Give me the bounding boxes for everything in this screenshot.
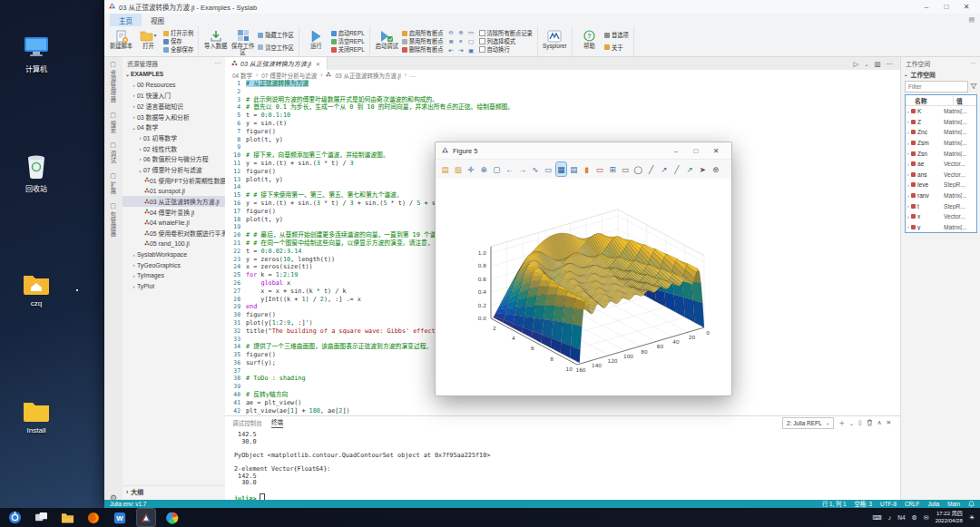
desktop-icon-Install[interactable]: Install (9, 399, 64, 434)
step-back-icon[interactable]: ⊖ (446, 28, 456, 37)
tray-input-icon[interactable]: N4 (897, 514, 905, 521)
colorbar-icon[interactable]: ▮ (582, 162, 592, 176)
arrow-icon[interactable]: ↗ (659, 162, 669, 176)
grid-icon[interactable]: ▦ (556, 162, 566, 176)
folder-item-00 Resources[interactable]: ›00 Resources (122, 80, 225, 91)
save-figure-icon[interactable]: ▤ (440, 162, 450, 176)
导入数据-button[interactable]: 导入数据 (203, 27, 228, 55)
pointer-icon[interactable]: ➤ (698, 162, 708, 176)
terminal-output[interactable]: 142.5 30.0 PyObject <matplotlib.contour.… (225, 429, 900, 501)
chevron-down-icon[interactable]: ⌄ (849, 420, 854, 426)
bell-icon[interactable] (968, 501, 975, 508)
folder-item-TyImages[interactable]: ›TyImages (122, 270, 225, 281)
清空REPL-button[interactable]: 清空REPL (331, 37, 365, 45)
file-item-01 sunspot.jl[interactable]: 01 sunspot.jl (122, 186, 225, 197)
variable-row-y[interactable]: ›yMatrix{... (906, 222, 976, 233)
tab-home[interactable]: 主页 (110, 14, 142, 26)
desktop-icon-czq[interactable]: czq (9, 272, 64, 307)
breadcrumb-item[interactable]: 07 傅里叶分析与滤波 (261, 71, 317, 80)
close-panel-icon[interactable]: ✕ (886, 419, 891, 426)
status-item[interactable]: UTF-8 (880, 501, 897, 507)
zoom-icon[interactable]: ⊕ (479, 162, 489, 176)
line-icon[interactable]: ╱ (646, 162, 656, 176)
trash-icon[interactable] (867, 419, 873, 427)
打开示例-button[interactable]: 打开示例 (163, 29, 193, 37)
folder-item-06 数值积分与微分方程[interactable]: ›06 数值积分与微分方程 (122, 154, 225, 165)
julia-env-status[interactable]: Julia env: v1.7 (110, 501, 146, 507)
ellipse-icon[interactable]: ◯ (633, 162, 643, 176)
syslab-icon[interactable] (137, 509, 155, 526)
firefox-icon[interactable] (84, 509, 103, 526)
隐藏工作区-button[interactable]: 隐藏工作区 (258, 31, 293, 39)
status-item[interactable]: 行 1, 列 1 (822, 500, 847, 508)
status-item[interactable]: CRLF (905, 501, 919, 507)
variable-row-x[interactable]: ›xVector... (906, 211, 976, 222)
全部保存-button[interactable]: 全部保存 (163, 45, 193, 54)
activity-item-调试[interactable]: ▢调试 (110, 142, 118, 164)
step-over-icon[interactable]: ≡ (456, 37, 466, 46)
file-manager-icon[interactable] (58, 509, 76, 526)
desktop-icon-计算机[interactable]: 计算机 (9, 34, 64, 73)
more-actions-icon[interactable]: ⋯ (970, 60, 976, 67)
zoom-region-icon[interactable]: ▢ (492, 162, 502, 176)
minimize-icon[interactable]: – (916, 3, 936, 11)
Sysplorer-button[interactable]: Sysplorer (543, 27, 567, 55)
export-figure-icon[interactable]: ▧ (453, 162, 463, 176)
启动REPL-button[interactable]: 启动REPL (331, 29, 365, 37)
breadcrumb-item[interactable]: … (410, 72, 416, 78)
new-terminal-icon[interactable]: ＋ (838, 418, 845, 427)
figure-title-bar[interactable]: Figure 5 – □ ✕ (436, 142, 731, 160)
tab-view[interactable]: 视图 (142, 14, 173, 26)
folder-item-07 傅里叶分析与滤波[interactable]: ⌄07 傅里叶分析与滤波 (122, 164, 225, 175)
清空工作区-button[interactable]: 清空工作区 (258, 44, 293, 52)
forward-icon[interactable]: → (517, 162, 527, 176)
关于-button[interactable]: 关于 (604, 44, 629, 52)
stop-icon[interactable]: ▣ (466, 46, 476, 55)
tab-debug-console[interactable]: 调试控制台 (232, 418, 262, 427)
step-forward-icon[interactable]: ⊕ (456, 28, 466, 37)
bookmark-icon[interactable]: ▭ (466, 28, 476, 37)
variable-row-K[interactable]: ›KMatrix{... (906, 106, 976, 117)
editor-tab[interactable]: 03 从正弦波转换为方波.jl ✕ (225, 57, 328, 70)
打开-button[interactable]: ▼打开 (136, 27, 161, 55)
variable-row-Z[interactable]: ›ZMatrix{... (906, 117, 976, 128)
desktop-icon-回收站[interactable]: 回收站 (9, 152, 64, 193)
filter-icon[interactable] (970, 83, 977, 92)
运行-button[interactable]: 运行 (304, 27, 328, 55)
taskbar-clock[interactable]: 17:22 周四2022/04/28 (936, 511, 963, 524)
collapse-ribbon-icon[interactable]: ▤ (968, 16, 975, 24)
maximize-icon[interactable]: □ (936, 3, 956, 11)
close-icon[interactable]: ✕ (706, 147, 726, 155)
step-into-icon[interactable]: ≣ (446, 37, 456, 46)
maximize-panel-icon[interactable]: ∧ (877, 419, 882, 426)
rectangle-icon[interactable]: ▭ (621, 162, 631, 176)
night-light-icon[interactable]: ☀ (969, 514, 975, 522)
保存工作区-button[interactable]: 保存工作区 (230, 27, 255, 55)
status-item[interactable]: 空格: 3 (854, 500, 872, 508)
title-bar[interactable]: 03 从正弦波转换为方波.jl - Examples - Syslab – □ … (104, 0, 980, 15)
multitask-icon[interactable] (32, 509, 50, 526)
folder-item-EXAMPLES[interactable]: ⌄EXAMPLES (122, 69, 225, 80)
activity-item-搜索[interactable]: ▢搜索 (110, 112, 118, 134)
folder-item-02 线性代数[interactable]: ›02 线性代数 (122, 143, 225, 154)
file-item-03 从正弦波转换为方波.jl[interactable]: 03 从正弦波转换为方波.jl (122, 196, 225, 207)
activity-item-包管理器[interactable]: ▢包管理器 (110, 202, 118, 238)
tray-sound-icon[interactable]: ♪ (888, 514, 892, 521)
帮助-button[interactable]: ?帮助 (577, 27, 602, 55)
file-item-04 whaleFile.jl[interactable]: 04 whaleFile.jl (122, 218, 225, 229)
subplot-icon[interactable]: ⊞ (607, 162, 617, 176)
tray-keyboard-icon[interactable]: ⌨ (873, 514, 882, 522)
tab-terminal[interactable]: 终端 (271, 417, 283, 428)
variable-row-t[interactable]: ›tStepR... (906, 200, 976, 211)
variable-row-Zsm[interactable]: ›ZsmMatrix{... (906, 138, 976, 149)
launcher-icon[interactable] (5, 509, 24, 526)
关闭REPL-button[interactable]: 关闭REPL (331, 45, 365, 54)
close-tab-icon[interactable]: ✕ (316, 61, 320, 67)
wps-icon[interactable]: W (111, 509, 129, 526)
variable-row-leve[interactable]: ›leveStepR... (906, 180, 976, 190)
filter-input[interactable] (905, 81, 968, 93)
workspace-section[interactable]: ⌄ 工作空间 (901, 69, 980, 79)
file-item-05 使用卷积对数据进行平滑处理.jl[interactable]: 05 使用卷积对数据进行平滑处理.jl (122, 228, 225, 239)
figure-canvas[interactable]: 0.00.20.40.60.81.02468100204060801001201… (436, 179, 731, 395)
terminal-selector[interactable]: 2: Julia REPL⌄ (782, 417, 834, 429)
